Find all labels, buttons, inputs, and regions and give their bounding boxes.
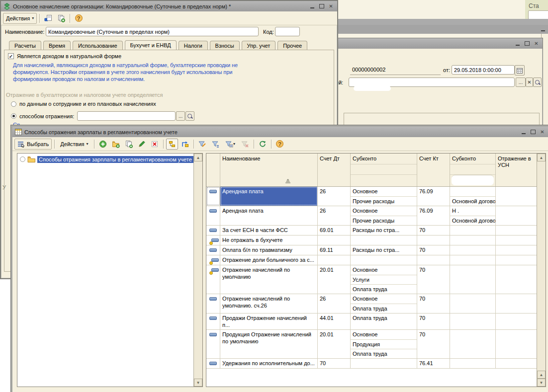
cell-subconto-dt[interactable]: ОсновноеУслугиОплата труда [351, 265, 417, 294]
row-marker-cell[interactable] [206, 226, 220, 235]
subconto-value[interactable]: Прочие расходы [351, 216, 417, 225]
move-to-group-button[interactable] [179, 139, 191, 150]
tab-1[interactable]: Расчеты [9, 41, 41, 50]
tab-7[interactable]: Упр. учет [242, 41, 276, 50]
cell-name[interactable]: Удержания по исполнительным до... [220, 359, 318, 368]
cell-account-dt[interactable]: 20.01 [318, 330, 351, 358]
cell-usn[interactable] [496, 226, 537, 235]
table-row[interactable]: Отражение начислений по умолчанию20.01Ос… [206, 265, 537, 294]
tree-scrollbar[interactable]: ▲ ▼ [193, 154, 202, 387]
table-row[interactable]: Не отражать в бухучете [206, 235, 537, 245]
cell-account-dt[interactable]: 26 [318, 206, 351, 225]
tab-8[interactable]: Прочее [277, 41, 307, 50]
header-account-kt[interactable]: Счет Кт [417, 154, 450, 186]
table-row[interactable]: Продукция Отражение начислений по умолча… [206, 330, 537, 359]
subconto-value[interactable]: Основной договор [450, 216, 495, 225]
cell-subconto-kt[interactable] [450, 255, 496, 265]
cell-usn[interactable] [496, 255, 537, 265]
add-button[interactable] [97, 139, 109, 150]
add-group-button[interactable] [110, 139, 122, 150]
cell-usn[interactable] [496, 314, 537, 329]
actions-button[interactable]: Действия▾ [57, 139, 91, 150]
method-input[interactable] [77, 111, 176, 121]
header-account-dt[interactable]: Счет Дт [318, 154, 351, 186]
cell-subconto-kt[interactable] [450, 314, 496, 329]
row-marker-cell[interactable] [206, 235, 220, 245]
cell-subconto-dt[interactable]: Оплата труда [351, 314, 417, 329]
tab-3[interactable]: Использование [73, 41, 123, 50]
cell-name[interactable]: Арендная плата [220, 206, 318, 225]
cell-subconto-dt[interactable]: Расходы по стра... [351, 226, 417, 235]
filter-by-value-button[interactable]: ▾ [222, 139, 238, 150]
refresh-button[interactable] [257, 139, 269, 150]
header-icon-column[interactable] [206, 154, 220, 186]
cell-usn[interactable] [496, 294, 537, 313]
row-marker-cell[interactable] [206, 187, 220, 206]
cell-account-dt[interactable] [318, 235, 351, 245]
cell-account-kt[interactable]: 70 [417, 294, 450, 313]
subconto-value[interactable]: Основное [351, 265, 417, 275]
subconto-value[interactable]: Расходы по стра... [351, 226, 417, 235]
cell-subconto-dt[interactable]: ОсновноеПрочие расходы [351, 187, 417, 206]
tab-6[interactable]: Взносы [210, 41, 240, 50]
clear-filter-button[interactable] [239, 139, 251, 150]
document-window-titlebar[interactable]: ✕ [334, 38, 543, 49]
cell-subconto-kt[interactable] [450, 245, 496, 255]
subconto-value[interactable]: Продукция [351, 339, 417, 349]
cell-account-kt[interactable]: 76.09 [417, 206, 450, 225]
cell-name[interactable]: Продукция Отражение начислений по умолча… [220, 330, 318, 358]
table-row[interactable]: Продажи Отражение начислений п...44.01Оп… [206, 314, 537, 330]
clear-button[interactable]: ✕ [526, 78, 533, 87]
subconto-value[interactable]: Прочие расходы [351, 196, 417, 206]
row-marker-cell[interactable] [206, 245, 220, 255]
subconto-value[interactable]: Основной договор [450, 196, 495, 206]
natural-income-checkbox[interactable]: ✓ [8, 53, 14, 59]
radio-by-employee[interactable] [11, 101, 16, 107]
subconto-value[interactable]: Оплата труда [351, 304, 417, 313]
subconto-value[interactable]: Оплата труда [351, 349, 417, 358]
subconto-value[interactable]: Оплата труда [351, 314, 417, 323]
scroll-down-button[interactable]: ▼ [194, 379, 202, 387]
open-related-button[interactable] [42, 13, 54, 24]
cell-name[interactable]: За счет ЕСН в части ФСС [220, 226, 318, 235]
cell-name[interactable]: Отражение доли больничного за с... [220, 255, 318, 265]
calendar-button[interactable] [515, 65, 525, 76]
minimize-button[interactable] [520, 129, 527, 135]
header-name[interactable]: Наименование [220, 154, 318, 186]
subconto-value[interactable]: Основное [351, 187, 417, 196]
minimize-button[interactable] [308, 3, 316, 9]
cell-account-kt[interactable]: 76.41 [417, 359, 450, 368]
subconto-value[interactable]: Основное [351, 206, 417, 216]
cell-name[interactable]: Отражение начислений по умолчанию [220, 265, 318, 294]
cell-account-kt[interactable]: 76.09 [417, 187, 450, 206]
code-input[interactable] [275, 27, 300, 36]
radio-by-method[interactable] [11, 113, 16, 119]
reflection-window-titlebar[interactable]: Способы отражения зарплаты в регламентир… [12, 127, 548, 137]
table-row[interactable]: Отражение начислений по умолчанию. сч.26… [206, 294, 537, 314]
cell-usn[interactable] [496, 187, 537, 206]
cell-account-kt[interactable] [417, 235, 450, 245]
cell-account-dt[interactable]: 26 [318, 294, 351, 313]
header-usn[interactable]: Отражение в УСН [496, 154, 537, 186]
minimize-button[interactable] [514, 40, 521, 47]
background-input[interactable] [528, 10, 548, 19]
cell-subconto-dt[interactable] [351, 359, 417, 368]
tab-4[interactable]: Бухучет и ЕНВД [125, 40, 177, 51]
cell-subconto-dt[interactable]: Расходы по стра... [351, 245, 417, 255]
cell-account-kt[interactable]: 70 [417, 330, 450, 358]
cell-name[interactable]: Не отражать в бухучете [220, 235, 318, 245]
cell-account-dt[interactable]: 26 [318, 187, 351, 206]
accrual-form-titlebar[interactable]: Основное начисление организации: Команди… [1, 1, 337, 11]
table-scrollbar[interactable]: ▲ ▲ ▼ [537, 154, 546, 387]
cell-subconto-kt[interactable]: Основной договор [450, 187, 496, 206]
cell-subconto-kt[interactable] [450, 265, 496, 294]
select-button[interactable]: Выбрать [14, 139, 52, 150]
cell-account-kt[interactable]: 70 [417, 245, 450, 255]
cell-subconto-kt[interactable]: Н .Основной договор [450, 206, 496, 225]
cell-account-dt[interactable]: 69.11 [318, 245, 351, 255]
cell-subconto-dt[interactable]: ОсновноеОплата труда [351, 294, 417, 313]
subconto-value[interactable]: Оплата труда [351, 284, 417, 294]
cell-account-kt[interactable]: 70 [417, 314, 450, 329]
row-marker-cell[interactable] [206, 255, 220, 265]
table-row[interactable]: Оплата б/л по травматизму69.11Расходы по… [206, 245, 537, 255]
